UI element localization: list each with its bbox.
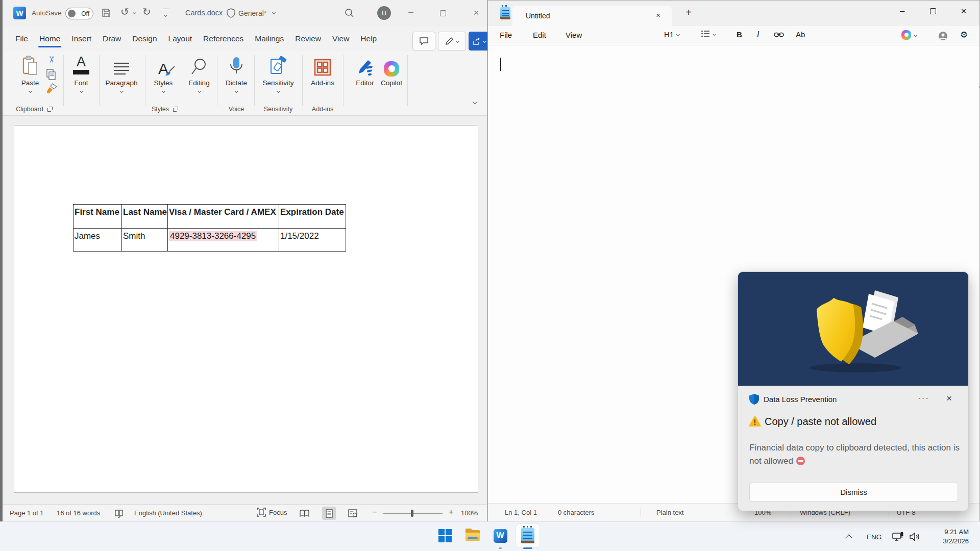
notepad-minimize-button[interactable]: – <box>894 4 911 19</box>
word-minimize-button[interactable]: – <box>403 7 419 17</box>
cell-first-name[interactable]: James <box>74 229 122 252</box>
undo-chevron-icon[interactable] <box>133 11 136 14</box>
header-expiration[interactable]: Expiration Date <box>279 205 346 229</box>
search-icon[interactable] <box>345 8 354 18</box>
copilot-button[interactable]: Copilot <box>376 53 407 87</box>
tab-draw[interactable]: Draw <box>97 28 127 49</box>
editor-button[interactable]: Editor <box>350 53 380 87</box>
tab-home[interactable]: Home <box>34 28 66 49</box>
heading-dropdown[interactable]: H1 <box>664 30 679 39</box>
undo-icon[interactable]: ↺ <box>120 7 129 17</box>
dismiss-button[interactable]: Dismiss <box>749 483 958 502</box>
volume-tray-button[interactable] <box>910 522 921 551</box>
notepad-menu-edit[interactable]: Edit <box>533 31 546 39</box>
network-tray-button[interactable] <box>892 522 904 551</box>
start-button[interactable] <box>433 524 457 547</box>
tab-layout[interactable]: Layout <box>163 28 198 49</box>
styles-button[interactable]: A Styles <box>146 53 180 92</box>
paragraph-button[interactable]: Paragraph <box>105 53 138 92</box>
collapse-ribbon-icon[interactable] <box>473 99 478 105</box>
editing-mode-button[interactable] <box>438 32 466 51</box>
addins-button[interactable]: Add-ins <box>306 53 339 87</box>
dictate-button[interactable]: Dictate <box>219 53 253 92</box>
tab-references[interactable]: References <box>198 28 249 49</box>
web-layout-button[interactable] <box>346 507 359 520</box>
save-icon[interactable] <box>101 8 111 18</box>
paste-button[interactable]: Paste <box>16 53 44 92</box>
tab-file[interactable]: File <box>10 28 34 49</box>
cut-button[interactable]: ✂ <box>44 54 58 65</box>
qat-customize-icon[interactable] <box>163 9 169 18</box>
autosave-toggle[interactable]: Off <box>65 8 93 19</box>
cell-last-name[interactable]: Smith <box>122 229 168 252</box>
italic-button[interactable]: I <box>757 30 759 39</box>
notepad-tab[interactable]: Untitled × <box>512 6 672 26</box>
bold-button[interactable]: B <box>737 30 742 39</box>
tab-design[interactable]: Design <box>127 28 162 49</box>
file-explorer-button[interactable] <box>461 524 484 547</box>
zoom-percentage[interactable]: 100% <box>461 509 478 517</box>
language-indicator[interactable]: ENG <box>867 522 881 551</box>
link-button[interactable] <box>774 32 784 38</box>
account-avatar[interactable]: U <box>377 6 391 20</box>
header-card[interactable]: Visa / Master Card / AMEX <box>167 205 279 229</box>
proofing-icon[interactable] <box>114 509 124 518</box>
document-title[interactable]: Cards.docx <box>185 9 223 17</box>
new-tab-button[interactable]: + <box>681 7 696 18</box>
zoom-slider-knob[interactable] <box>411 510 413 517</box>
tab-review[interactable]: Review <box>289 28 327 49</box>
notepad-account-button[interactable] <box>938 31 948 41</box>
notepad-close-button[interactable]: × <box>955 4 972 19</box>
dlp-close-icon[interactable]: × <box>946 393 952 404</box>
word-taskbar-button[interactable]: W <box>488 524 512 547</box>
font-chevron-icon <box>79 89 83 93</box>
settings-gear-icon[interactable]: ⚙ <box>960 30 968 40</box>
credit-card-table[interactable]: First Name Last Name Visa / Master Card … <box>73 204 346 252</box>
read-mode-button[interactable] <box>298 507 311 520</box>
tab-mailings[interactable]: Mailings <box>249 28 289 49</box>
sensitivity-level-label[interactable]: General* <box>238 9 266 17</box>
notepad-menu-file[interactable]: File <box>500 31 512 39</box>
clear-format-button[interactable]: Ab <box>796 30 980 39</box>
clock-tray[interactable]: 9:21 AM 3/2/2026 <box>935 522 969 551</box>
card-number-highlight[interactable]: 4929-3813-3266-4295 <box>169 231 257 241</box>
tab-close-icon[interactable]: × <box>656 11 660 19</box>
page-count[interactable]: Page 1 of 1 <box>10 509 44 517</box>
header-first-name[interactable]: First Name <box>74 205 122 229</box>
notepad-maximize-button[interactable] <box>924 4 942 19</box>
redo-icon[interactable]: ↻ <box>142 7 151 17</box>
language-status[interactable]: English (United States) <box>134 509 202 517</box>
tab-help[interactable]: Help <box>355 28 382 49</box>
cell-expiration[interactable]: 1/15/2022 <box>279 229 346 252</box>
notepad-copilot-button[interactable] <box>901 30 917 40</box>
list-dropdown[interactable] <box>701 30 716 37</box>
styles-dialog-launcher-icon[interactable] <box>173 107 178 112</box>
sensitivity-chevron-icon[interactable] <box>272 11 276 14</box>
copy-button[interactable] <box>45 68 57 83</box>
cell-card-number[interactable]: 4929-3813-3266-4295 <box>167 229 279 252</box>
zoom-in-button[interactable]: + <box>449 508 453 517</box>
tab-view[interactable]: View <box>327 28 355 49</box>
word-maximize-button[interactable] <box>440 10 446 16</box>
document-page[interactable]: First Name Last Name Visa / Master Card … <box>14 125 478 493</box>
focus-button[interactable]: Focus <box>257 508 287 517</box>
tray-show-hidden-icons[interactable] <box>847 522 852 551</box>
dlp-more-icon[interactable]: ··· <box>918 393 929 404</box>
zoom-out-button[interactable]: − <box>372 508 377 517</box>
sensitivity-button[interactable]: Sensitivity <box>259 53 297 92</box>
editing-button[interactable]: Editing <box>182 53 216 92</box>
header-last-name[interactable]: Last Name <box>122 205 168 229</box>
notepad-taskbar-button[interactable] <box>516 524 540 547</box>
format-painter-button[interactable] <box>45 83 58 97</box>
print-layout-button[interactable] <box>322 507 336 520</box>
comments-button[interactable] <box>412 32 435 51</box>
word-app-icon[interactable]: W <box>13 7 26 19</box>
cursor-position-status[interactable]: Ln 1, Col 1 <box>505 509 537 516</box>
notepad-menu-view[interactable]: View <box>566 31 582 39</box>
tab-insert[interactable]: Insert <box>66 28 97 49</box>
font-button[interactable]: A Font <box>64 53 98 92</box>
share-button[interactable] <box>469 32 490 51</box>
clipboard-dialog-launcher-icon[interactable] <box>47 107 53 112</box>
word-count[interactable]: 16 of 16 words <box>57 509 100 517</box>
word-close-button[interactable]: × <box>469 7 484 18</box>
